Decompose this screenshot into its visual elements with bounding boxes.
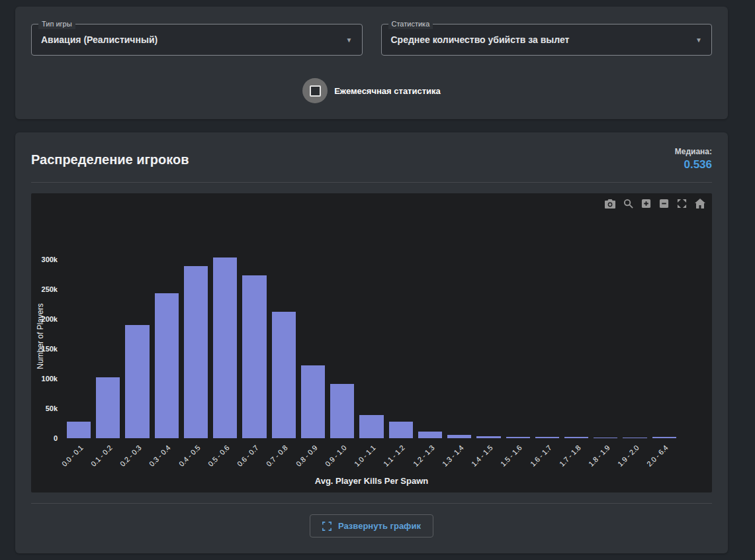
y-tick-label: 250k [42,285,58,293]
y-tick-label: 150k [42,345,58,353]
bar-0.4-0.5 [184,266,208,438]
distribution-header: Распределение игроков Медиана: 0.536 [31,147,712,171]
bar-0.0-0.1 [67,422,91,438]
divider [31,182,712,183]
x-tick-label: 1.8 - 1.9 [587,443,611,468]
monthly-stats-checkbox[interactable] [302,78,328,103]
checkbox-icon [310,85,321,97]
bar-column: 0.3 - 0.4 [152,234,181,438]
x-tick-label: 0.6 - 0.7 [236,443,260,468]
statistic-value: Среднее количество убийств за вылет [391,34,570,45]
expand-chart-button[interactable]: Развернуть график [310,514,433,537]
statistic-select[interactable]: Статистика Среднее количество убийств за… [381,24,713,56]
bar-0.3-0.4 [155,293,179,438]
median-value: 0.536 [675,158,712,171]
distribution-chart: Number of Players 050k100k150k200k250k30… [31,193,712,492]
expand-chart-label: Развернуть график [338,521,421,531]
bar-0.1-0.2 [96,377,120,438]
autoscale-icon[interactable] [677,199,687,209]
x-tick-label: 0.9 - 1.0 [324,443,348,468]
y-axis-ticks: 050k100k150k200k250k300k [31,234,60,438]
bar-column: 0.9 - 1.0 [328,234,357,438]
x-tick-label: 1.9 - 2.0 [616,443,641,468]
bar-1.4-1.5 [476,436,500,438]
plotly-modebar [605,199,705,209]
bar-0.5-0.6 [213,257,237,438]
bar-1.3-1.4 [447,435,471,438]
monthly-stats-label: Ежемесячная статистика [334,86,441,96]
zoom-in-icon[interactable] [641,199,651,209]
x-tick-label: 1.7 - 1.8 [558,443,582,468]
x-tick-label: 1.5 - 1.6 [499,443,523,468]
median-label: Медиана: [675,147,712,156]
filter-fields-row: Тип игры Авиация (Реалистичный) ▼ Статис… [31,24,712,56]
chevron-down-icon: ▼ [695,36,702,44]
x-tick-label: 0.8 - 0.9 [294,443,318,468]
bar-column: 0.0 - 0.1 [64,234,93,438]
bar-column: 0.5 - 0.6 [210,234,240,438]
x-tick-label: 0.3 - 0.4 [148,443,172,468]
bar-column: 1.9 - 2.0 [620,234,649,438]
bar-column: 0.8 - 0.9 [298,234,328,438]
bar-column: 1.5 - 1.6 [504,234,533,438]
bar-0.7-0.8 [272,312,296,438]
bar-1.1-1.2 [389,422,413,438]
camera-icon[interactable] [605,199,615,209]
bar-0.8-0.9 [301,365,325,438]
x-axis-title: Avg. Player Kills Per Spawn [64,476,679,486]
zoom-icon[interactable] [623,199,633,209]
bar-1.9-2.0 [623,438,646,438]
bar-column: 0.7 - 0.8 [269,234,298,438]
plot-area: 0.0 - 0.10.1 - 0.20.2 - 0.30.3 - 0.40.4 … [64,234,679,438]
bar-column: 0.1 - 0.2 [93,234,122,438]
zoom-out-icon[interactable] [659,199,669,209]
x-tick-label: 0.7 - 0.8 [265,443,289,468]
y-tick-label: 100k [42,375,58,383]
home-icon[interactable] [695,199,705,209]
x-tick-label: 0.5 - 0.6 [206,443,231,468]
bar-column: 1.4 - 1.5 [474,234,503,438]
bar-2.0-6.4 [652,437,676,438]
bar-1.8-1.9 [594,438,617,438]
x-tick-label: 0.0 - 0.1 [60,443,85,468]
bar-1.6-1.7 [535,437,559,438]
bar-0.9-1.0 [330,384,354,438]
bars-container: 0.0 - 0.10.1 - 0.20.2 - 0.30.3 - 0.40.4 … [64,234,679,438]
game-type-select[interactable]: Тип игры Авиация (Реалистичный) ▼ [31,24,363,56]
bar-1.5-1.6 [506,437,530,438]
bar-0.6-0.7 [242,275,266,438]
chevron-down-icon: ▼ [346,36,353,44]
bar-0.2-0.3 [125,325,149,438]
x-tick-label: 1.3 - 1.4 [441,443,465,468]
page: Тип игры Авиация (Реалистичный) ▼ Статис… [0,0,755,553]
bar-column: 0.2 - 0.3 [122,234,152,438]
y-tick-label: 200k [42,315,58,323]
y-tick-label: 50k [46,404,58,412]
x-tick-label: 1.6 - 1.7 [528,443,553,468]
bar-1.0-1.1 [359,415,383,438]
page-title: Распределение игроков [31,147,189,167]
expand-icon [322,522,332,531]
divider [31,503,712,504]
bar-column: 1.0 - 1.1 [357,234,386,438]
x-tick-label: 1.1 - 1.2 [382,443,406,468]
y-tick-label: 300k [42,256,58,263]
bar-1.7-1.8 [564,437,588,438]
bar-column: 1.3 - 1.4 [445,234,474,438]
x-tick-label: 1.2 - 1.3 [411,443,435,468]
x-tick-label: 2.0 - 6.4 [645,443,670,468]
x-tick-label: 0.2 - 0.3 [118,443,143,468]
x-tick-label: 1.4 - 1.5 [470,443,494,468]
bar-column: 1.7 - 1.8 [562,234,591,438]
bar-column: 1.1 - 1.2 [386,234,416,438]
x-tick-label: 0.1 - 0.2 [89,443,114,468]
median-block: Медиана: 0.536 [675,147,712,171]
statistic-label: Статистика [388,19,433,29]
bar-column: 0.4 - 0.5 [181,234,210,438]
x-tick-label: 0.4 - 0.5 [177,443,202,468]
game-type-label: Тип игры [38,19,75,29]
x-tick-label: 1.0 - 1.1 [353,443,377,468]
bar-column: 1.2 - 1.3 [416,234,445,438]
filters-panel: Тип игры Авиация (Реалистичный) ▼ Статис… [15,7,728,119]
distribution-panel: Распределение игроков Медиана: 0.536 [15,132,728,553]
